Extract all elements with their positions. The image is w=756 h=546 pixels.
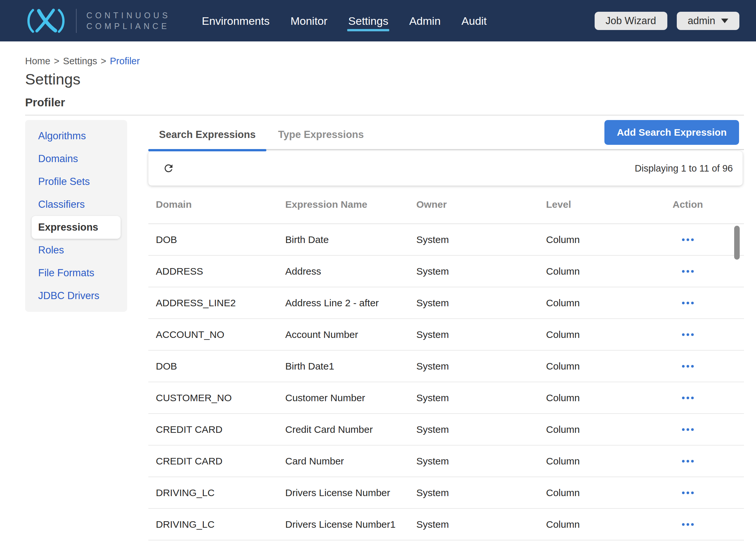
user-menu-button[interactable]: admin — [677, 12, 739, 30]
cell-level: Column — [546, 392, 673, 404]
cell-level: Column — [546, 298, 673, 309]
cell-expression-name: Drivers License Number — [285, 487, 416, 498]
nav-item-monitor[interactable]: Monitor — [290, 14, 327, 27]
cell-owner: System — [416, 456, 546, 467]
job-wizard-label: Job Wizard — [606, 15, 656, 27]
sidebar-item-algorithms[interactable]: Algorithms — [25, 125, 127, 147]
user-menu-label: admin — [688, 15, 715, 27]
row-actions-button[interactable] — [673, 428, 694, 431]
refresh-icon — [163, 162, 174, 174]
cell-domain: ACCOUNT_NO — [156, 329, 285, 340]
table-header: Domain Expression Name Owner Level Actio… — [148, 185, 744, 224]
add-search-expression-button[interactable]: Add Search Expression — [604, 120, 739, 145]
profiler-layout: Algorithms Domains Profile Sets Classifi… — [25, 120, 744, 540]
cell-expression-name: Address Line 2 - after — [285, 298, 416, 309]
table-row: DRIVING_LC Drivers License Number1 Syste… — [148, 509, 744, 540]
cell-owner: System — [416, 519, 546, 530]
cell-domain: CUSTOMER_NO — [156, 392, 285, 404]
more-actions-icon — [682, 397, 685, 399]
row-actions-button[interactable] — [673, 302, 694, 304]
nav-item-settings[interactable]: Settings — [348, 14, 388, 27]
sidebar-item-classifiers[interactable]: Classifiers — [25, 193, 127, 216]
breadcrumb-current[interactable]: Profiler — [110, 56, 140, 66]
table-row: CUSTOMER_NO Customer Number System Colum… — [148, 382, 744, 414]
breadcrumb-settings-link[interactable]: Settings — [63, 56, 97, 66]
cell-expression-name: Customer Number — [285, 392, 416, 404]
cell-expression-name: Credit Card Number — [285, 424, 416, 435]
sidebar-item-expressions[interactable]: Expressions — [32, 216, 121, 239]
tab-type-expressions[interactable]: Type Expressions — [266, 120, 376, 149]
nav-item-admin[interactable]: Admin — [409, 14, 440, 27]
brand: CONTINUOUS COMPLIANCE — [24, 8, 170, 34]
cell-expression-name: Card Number — [285, 456, 416, 467]
more-actions-icon — [682, 238, 685, 241]
refresh-button[interactable] — [163, 162, 174, 174]
table-scrollbar-thumb[interactable] — [734, 226, 740, 259]
cell-domain: ADDRESS — [156, 266, 285, 277]
row-actions-button[interactable] — [673, 397, 694, 399]
cell-domain: DRIVING_LC — [156, 487, 285, 498]
table-row: DOB Birth Date System Column — [148, 224, 744, 256]
job-wizard-button[interactable]: Job Wizard — [595, 12, 667, 30]
more-actions-icon — [682, 302, 685, 304]
toolbar-card: Displaying 1 to 11 of 96 — [148, 151, 743, 185]
nav-item-audit[interactable]: Audit — [462, 14, 487, 27]
nav-item-environments[interactable]: Environments — [202, 14, 270, 27]
row-actions-button[interactable] — [673, 238, 694, 241]
cell-level: Column — [546, 234, 673, 245]
cell-level: Column — [546, 329, 673, 340]
sidebar-item-domains[interactable]: Domains — [25, 147, 127, 170]
cell-level: Column — [546, 424, 673, 435]
brand-logo-icon — [24, 8, 67, 34]
row-actions-button[interactable] — [673, 492, 694, 494]
table-row: ACCOUNT_NO Account Number System Column — [148, 319, 744, 351]
tab-search-expressions[interactable]: Search Expressions — [148, 120, 266, 149]
cell-domain: CREDIT CARD — [156, 424, 285, 435]
expressions-table: Domain Expression Name Owner Level Actio… — [148, 185, 744, 540]
table-body: DOB Birth Date System Column ADDRESS Add… — [148, 224, 744, 540]
more-actions-icon — [682, 365, 685, 368]
breadcrumb-separator: > — [54, 56, 59, 66]
cell-owner: System — [416, 392, 546, 404]
section-title: Profiler — [25, 96, 744, 115]
breadcrumb-home-link[interactable]: Home — [25, 56, 50, 66]
brand-name: CONTINUOUS COMPLIANCE — [86, 10, 170, 32]
col-header-action: Action — [673, 199, 744, 210]
col-header-domain: Domain — [156, 199, 285, 210]
displaying-count: Displaying 1 to 11 of 96 — [635, 163, 733, 174]
cell-expression-name: Account Number — [285, 329, 416, 340]
cell-expression-name: Birth Date1 — [285, 361, 416, 372]
sidebar-item-file-formats[interactable]: File Formats — [25, 261, 127, 285]
cell-level: Column — [546, 487, 673, 498]
col-header-expression-name: Expression Name — [285, 199, 416, 210]
table-row: DRIVING_LC Drivers License Number System… — [148, 477, 744, 509]
sidebar-item-jdbc-drivers[interactable]: JDBC Drivers — [25, 285, 127, 307]
row-actions-button[interactable] — [673, 460, 694, 463]
col-header-owner: Owner — [416, 199, 546, 210]
row-actions-button[interactable] — [673, 333, 694, 336]
row-actions-button[interactable] — [673, 365, 694, 368]
cell-expression-name: Address — [285, 266, 416, 277]
cell-domain: DOB — [156, 361, 285, 372]
cell-owner: System — [416, 487, 546, 498]
brand-name-line1: CONTINUOUS — [86, 10, 170, 21]
cell-owner: System — [416, 329, 546, 340]
cell-level: Column — [546, 519, 673, 530]
col-header-level: Level — [546, 199, 673, 210]
table-row: DOB Birth Date1 System Column — [148, 351, 744, 382]
nav-actions: Job Wizard admin — [595, 12, 739, 30]
table-row: CREDIT CARD Card Number System Column — [148, 446, 744, 477]
table-row: CREDIT CARD Credit Card Number System Co… — [148, 414, 744, 446]
table-row: ADDRESS Address System Column — [148, 256, 744, 288]
more-actions-icon — [682, 460, 685, 463]
page-content: Home > Settings > Profiler Settings Prof… — [0, 56, 756, 540]
row-actions-button[interactable] — [673, 270, 694, 273]
sidebar-item-roles[interactable]: Roles — [25, 239, 127, 261]
cell-domain: ADDRESS_LINE2 — [156, 298, 285, 309]
cell-expression-name: Drivers License Number1 — [285, 519, 416, 530]
row-actions-button[interactable] — [673, 523, 694, 526]
cell-domain: CREDIT CARD — [156, 456, 285, 467]
more-actions-icon — [682, 428, 685, 431]
top-navbar: CONTINUOUS COMPLIANCE Environments Monit… — [0, 0, 756, 41]
sidebar-item-profile-sets[interactable]: Profile Sets — [25, 170, 127, 193]
